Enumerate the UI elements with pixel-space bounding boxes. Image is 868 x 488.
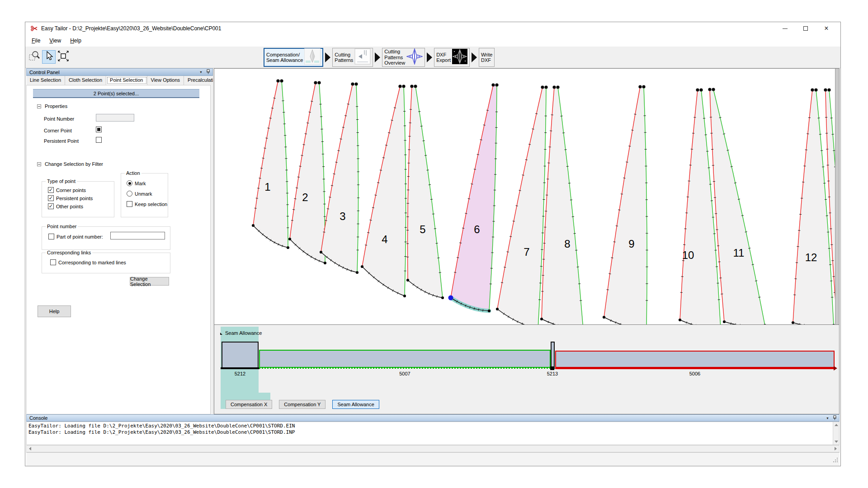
seam-tab-seam-allowance[interactable]: Seam Allowance: [332, 400, 379, 409]
properties-section-header[interactable]: Properties: [37, 103, 67, 109]
workflow-arrow-icon: [325, 52, 330, 62]
seam-bar-5212[interactable]: [222, 342, 259, 369]
action-option-mark[interactable]: Mark: [127, 180, 168, 186]
other-points-checkbox[interactable]: [48, 203, 54, 209]
canvas-right-scrollbar[interactable]: [835, 69, 839, 324]
control-panel-header[interactable]: Control Panel ▼: [26, 68, 213, 76]
menu-item-view[interactable]: View: [45, 36, 66, 46]
point-number-label: Point Number: [44, 116, 74, 122]
corresponding-to-marked-lines-checkbox[interactable]: [50, 259, 56, 265]
pattern-piece-4[interactable]: 4: [361, 84, 407, 297]
tab-view-options[interactable]: View Options: [147, 76, 184, 85]
control-panel-body: 2 Point(s) selected... Properties Point …: [26, 85, 211, 414]
piece-number-label: 5: [420, 223, 425, 235]
type-option-persistent-points[interactable]: Persistent points: [48, 195, 114, 201]
window-title: Easy Tailor - D:\2_Projekte\Easy\2020\03…: [41, 25, 221, 32]
corresponding-to-marked-lines-option[interactable]: Corresponding to marked lines: [42, 259, 170, 265]
point-number-input[interactable]: [96, 114, 134, 122]
console-vertical-scrollbar[interactable]: [833, 422, 839, 445]
seam-bar-5007[interactable]: [259, 350, 551, 368]
pattern-piece-7[interactable]: 7: [496, 85, 548, 324]
workflow-step-cutting-patterns-overview[interactable]: Cutting Patterns Overview: [382, 48, 425, 67]
minimize-button[interactable]: [774, 22, 795, 35]
seam-tab-compensation-x[interactable]: Compensation X: [226, 400, 272, 409]
minimize-icon: [783, 28, 788, 29]
workflow-step-label: Cutting Patterns Overview: [384, 49, 405, 66]
pattern-piece-8[interactable]: 8: [540, 85, 585, 324]
filter-section-header[interactable]: Change Selection by Filter: [37, 161, 103, 167]
close-button[interactable]: ×: [816, 22, 837, 35]
scroll-up-icon[interactable]: [835, 424, 838, 426]
console-log[interactable]: EasyTailor: Loading file D:\2_Projekte\E…: [26, 422, 840, 445]
workflow-bar: Compensation/ Seam Allowance Cutting: [264, 48, 495, 67]
pattern-piece-6[interactable]: 6: [448, 83, 499, 312]
action-option-unmark[interactable]: Unmark: [127, 191, 168, 197]
part-of-point-number-checkbox[interactable]: [48, 234, 54, 239]
workflow-step-label: Compensation/ Seam Allowance: [266, 52, 303, 63]
select-tool-button[interactable]: [42, 50, 56, 64]
pattern-piece-9[interactable]: 9: [603, 85, 648, 324]
workflow-step-compensation-seam-allowance[interactable]: Compensation/ Seam Allowance: [264, 48, 323, 67]
keep-selection-checkbox[interactable]: [127, 201, 132, 207]
pattern-piece-3[interactable]: 3: [320, 82, 359, 274]
pattern-canvas[interactable]: 123456789101112: [214, 69, 835, 324]
help-button[interactable]: Help: [38, 305, 71, 317]
seam-bar-5213[interactable]: [551, 342, 555, 369]
tab-point-selection[interactable]: Point Selection: [106, 76, 147, 85]
corner-point-checkbox[interactable]: [96, 127, 102, 132]
part-of-point-number-input[interactable]: [110, 232, 165, 239]
pin-icon[interactable]: [206, 69, 210, 75]
seam-bar-5006[interactable]: [555, 351, 835, 368]
piece-number-label: 12: [805, 251, 817, 263]
tab-line-selection[interactable]: Line Selection: [26, 76, 65, 85]
maximize-button[interactable]: [795, 22, 816, 35]
workflow-step-write-dxf[interactable]: Write DXF: [479, 48, 495, 67]
action-groupbox: Action MarkUnmark Keep selection: [121, 173, 168, 217]
console-line: EasyTailor: Loading file D:\2_Projekte\E…: [28, 423, 837, 429]
corner-points-checkbox[interactable]: [48, 187, 54, 193]
scroll-right-icon[interactable]: [835, 447, 837, 450]
zoom-tool-button[interactable]: [28, 50, 41, 64]
pin-icon[interactable]: [833, 415, 837, 421]
scroll-left-icon[interactable]: [29, 447, 31, 450]
change-selection-button[interactable]: Change Selection: [130, 277, 169, 286]
app-window: Easy Tailor - D:\2_Projekte\Easy\2020\03…: [25, 22, 841, 466]
console-horizontal-scrollbar[interactable]: [26, 445, 840, 452]
fit-view-tool-button[interactable]: [57, 50, 70, 64]
overview-icon: [406, 48, 423, 66]
control-panel-tabs: Line SelectionCloth SelectionPoint Selec…: [26, 76, 213, 85]
resize-grip[interactable]: [832, 456, 838, 465]
pattern-piece-5[interactable]: 5: [406, 84, 444, 299]
corner-points-label: Corner points: [56, 188, 86, 193]
keep-selection-option[interactable]: Keep selection: [121, 201, 168, 207]
selected-point[interactable]: [448, 296, 453, 300]
other-points-label: Other points: [56, 204, 83, 209]
corresponding-links-title: Corresponding links: [46, 250, 92, 255]
pattern-piece-2[interactable]: 2: [288, 81, 326, 264]
scroll-down-icon[interactable]: [835, 441, 838, 443]
persistent-points-checkbox[interactable]: [48, 195, 54, 201]
menu-item-file[interactable]: File: [27, 36, 45, 46]
type-option-corner-points[interactable]: Corner points: [48, 187, 114, 193]
workflow-step-cutting-patterns[interactable]: Cutting Patterns: [332, 48, 373, 67]
chevron-down-icon[interactable]: ▼: [199, 70, 203, 74]
seam-marker-icon: [220, 333, 222, 335]
collapse-icon[interactable]: [37, 104, 41, 108]
seam-baseline-5212: [221, 367, 259, 369]
menu-item-help[interactable]: Help: [66, 36, 86, 46]
collapse-icon[interactable]: [37, 162, 41, 166]
cutting-patterns-icon: [354, 48, 371, 66]
chevron-down-icon[interactable]: ▼: [826, 417, 829, 420]
compensation-icon: [304, 48, 321, 66]
type-option-other-points[interactable]: Other points: [48, 203, 114, 209]
mark-radio[interactable]: [127, 180, 132, 186]
workflow-arrow-icon: [472, 52, 477, 62]
persistent-point-checkbox[interactable]: [96, 137, 102, 143]
tab-cloth-selection[interactable]: Cloth Selection: [65, 76, 106, 85]
pattern-piece-1[interactable]: 1: [252, 79, 289, 249]
unmark-radio[interactable]: [127, 191, 132, 197]
seam-tab-compensation-y[interactable]: Compensation Y: [279, 400, 326, 409]
console-header[interactable]: Console ▼: [26, 414, 840, 422]
mark-label: Mark: [135, 181, 146, 186]
workflow-step-dxf-export[interactable]: DXF Export: [434, 48, 470, 67]
